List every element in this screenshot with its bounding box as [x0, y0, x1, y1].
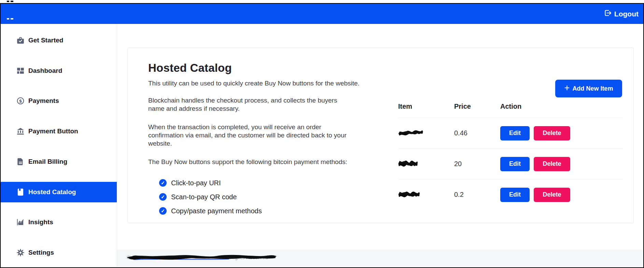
gear-icon — [16, 248, 25, 257]
redacted-item-name — [398, 158, 454, 170]
sidebar-nav: Get StartedDashboard$PaymentsPayment But… — [1, 24, 117, 267]
intro-paragraph: When the transaction is completed, you w… — [148, 123, 348, 148]
redacted-item-name — [398, 189, 454, 200]
add-new-item-label: Add New Item — [572, 85, 613, 92]
item-price: 0.46 — [454, 129, 500, 137]
browser-edge-strip — [0, 0, 644, 3]
payment-method-label: Scan-to-pay QR code — [171, 193, 237, 201]
dollar-circle-icon: $ — [16, 96, 25, 106]
delete-button[interactable]: Delete — [534, 188, 570, 202]
bank-icon — [16, 127, 25, 136]
sidebar-item-insights[interactable]: Insights — [1, 212, 117, 232]
logout-label: Logout — [614, 10, 639, 18]
column-header-action: Action — [500, 103, 623, 110]
table-row: 20EditDelete — [398, 148, 623, 179]
sidebar-item-hosted-catalog[interactable]: Hosted Catalog — [1, 182, 117, 202]
add-new-item-button[interactable]: + Add New Item — [555, 80, 622, 97]
sidebar-item-settings[interactable]: Settings — [1, 242, 117, 263]
chart-icon — [16, 218, 25, 227]
logout-icon — [604, 9, 612, 19]
intro-paragraph: This utility can be used to quickly crea… — [148, 79, 387, 88]
sidebar-item-label: Payments — [28, 97, 59, 105]
sidebar-item-email-billing[interactable]: Email Billing — [1, 151, 117, 172]
page-title: Hosted Catalog — [148, 62, 387, 75]
column-header-item: Item — [398, 103, 454, 110]
payment-method-label: Copy/paste payment methods — [171, 207, 262, 215]
payment-method-label: Click-to-pay URI — [171, 179, 221, 187]
edit-button[interactable]: Edit — [500, 188, 530, 202]
payment-method-item: ✓Click-to-pay URI — [159, 178, 387, 187]
document-icon — [16, 157, 25, 166]
sidebar-item-payments[interactable]: $Payments — [1, 91, 117, 111]
column-header-price: Price — [454, 103, 500, 110]
check-circle-icon: ✓ — [159, 179, 167, 187]
sidebar-item-label: Payment Button — [28, 128, 78, 135]
item-price: 20 — [454, 160, 500, 168]
redacted-logo-remnant — [11, 18, 13, 19]
table-header-row: Item Price Action — [398, 103, 623, 118]
sidebar-item-label: Settings — [28, 249, 54, 256]
page-footer: © 2024 All Rights Reserved — [117, 250, 643, 267]
redacted-logo-remnant — [7, 1, 9, 2]
dashboard-grid-icon — [16, 66, 25, 75]
redacted-logo-remnant — [11, 1, 13, 2]
check-circle-icon: ✓ — [159, 193, 167, 201]
sidebar-item-label: Insights — [28, 218, 53, 226]
intro-paragraph: Blockchain handles the checkout process,… — [148, 96, 350, 113]
redacted-item-name — [398, 129, 454, 138]
check-circle-icon: ✓ — [159, 207, 167, 215]
sidebar-item-label: Hosted Catalog — [28, 188, 76, 196]
hosted-catalog-card: Hosted Catalog This utility can be used … — [127, 48, 634, 223]
item-price: 0.2 — [454, 191, 500, 199]
sidebar-item-label: Dashboard — [28, 67, 62, 75]
payment-method-item: ✓Copy/paste payment methods — [159, 206, 387, 215]
briefcase-check-icon — [16, 36, 25, 45]
sidebar-item-label: Get Started — [28, 37, 63, 44]
edit-button[interactable]: Edit — [500, 126, 530, 140]
sidebar-item-payment-button[interactable]: Payment Button — [1, 121, 117, 142]
row-actions: EditDelete — [500, 188, 623, 202]
svg-text:$: $ — [19, 98, 22, 104]
table-row: 0.46EditDelete — [398, 118, 623, 148]
table-row: 0.2EditDelete — [398, 179, 623, 210]
payment-methods-list: ✓Click-to-pay URI✓Scan-to-pay QR code✓Co… — [159, 178, 387, 215]
intro-paragraph: The Buy Now buttons support the followin… — [148, 158, 387, 166]
catalog-intro-column: Hosted Catalog This utility can be used … — [148, 62, 387, 220]
top-navbar: Logout — [1, 4, 643, 24]
redacted-footer-scribble — [125, 253, 279, 261]
redacted-logo-remnant — [7, 18, 9, 19]
logout-button[interactable]: Logout — [604, 4, 639, 24]
book-icon — [16, 187, 25, 197]
plus-icon: + — [564, 83, 570, 93]
sidebar-item-label: Email Billing — [28, 158, 67, 165]
delete-button[interactable]: Delete — [534, 157, 570, 171]
sidebar-item-dashboard[interactable]: Dashboard — [1, 61, 117, 81]
catalog-items-table: Item Price Action 0.46EditDelete20EditDe… — [398, 103, 623, 210]
sidebar-item-get-started[interactable]: Get Started — [1, 30, 117, 51]
payment-method-item: ✓Scan-to-pay QR code — [159, 192, 387, 201]
edit-button[interactable]: Edit — [500, 157, 530, 171]
row-actions: EditDelete — [500, 126, 623, 140]
delete-button[interactable]: Delete — [534, 126, 570, 140]
row-actions: EditDelete — [500, 157, 623, 171]
